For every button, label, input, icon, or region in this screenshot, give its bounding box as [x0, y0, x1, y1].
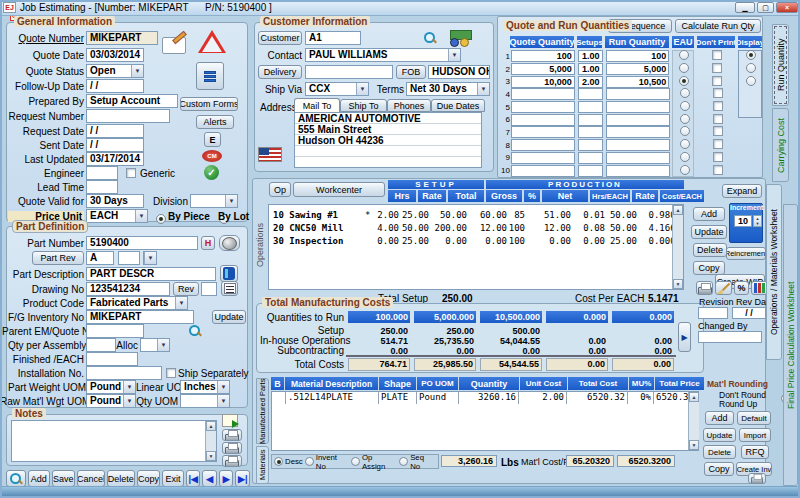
copy-button[interactable]: Copy: [137, 470, 160, 487]
run-qty-cell[interactable]: [606, 139, 670, 151]
scroll-up-icon[interactable]: ▲: [673, 205, 683, 215]
fob-field[interactable]: HUDSON OH: [428, 65, 490, 79]
last-record-button[interactable]: ▶|: [235, 470, 250, 487]
dont-print-checkbox[interactable]: [713, 114, 723, 124]
print-icon[interactable]: [222, 429, 242, 441]
chevron-down-icon[interactable]: ▼: [123, 381, 135, 393]
fob-button[interactable]: FOB: [396, 65, 426, 79]
mat-default-button[interactable]: Default: [737, 411, 771, 425]
eau-radio[interactable]: [680, 114, 690, 124]
division-select[interactable]: ▼: [190, 194, 238, 208]
prev-record-button[interactable]: ◀: [202, 470, 217, 487]
mat-update-button[interactable]: Update: [703, 428, 736, 442]
increment-field[interactable]: 10: [734, 215, 752, 227]
search-icon[interactable]: [188, 324, 201, 337]
chevron-down-icon[interactable]: ▼: [217, 381, 229, 393]
request-date-field[interactable]: / /: [86, 124, 144, 138]
print-icon[interactable]: [696, 281, 713, 295]
search-button[interactable]: [6, 470, 26, 487]
part-description-field[interactable]: PART DESCR: [86, 267, 216, 281]
eau-radio[interactable]: [680, 165, 690, 175]
engineer-field[interactable]: [86, 166, 118, 180]
part-weight-uom-select[interactable]: Pound▼: [86, 380, 136, 394]
material-row[interactable]: .512L14PLATE PLATE Pound 3260.16 2.00 65…: [272, 392, 698, 404]
mat-rfq-button[interactable]: RFQ: [741, 445, 769, 459]
chevron-down-icon[interactable]: ▼: [157, 339, 169, 351]
save-button[interactable]: Save: [52, 470, 75, 487]
fg-inventory-field[interactable]: MIKEPART: [86, 310, 194, 324]
qty-cell[interactable]: 0.000: [612, 311, 674, 323]
cancel-button[interactable]: Cancel: [77, 470, 105, 487]
part-rev2-field[interactable]: [118, 251, 140, 265]
prepared-by-field[interactable]: Setup Account: [86, 94, 178, 108]
setups-cell[interactable]: [578, 114, 603, 126]
lamp-icon[interactable]: [219, 235, 240, 251]
run-qty-cell[interactable]: [606, 114, 670, 126]
costs-scroll-right-button[interactable]: ▶: [678, 322, 691, 352]
tab-materials[interactable]: Materials: [256, 446, 269, 484]
scroll-down-icon[interactable]: ▼: [206, 451, 216, 461]
run-qty-cell[interactable]: 10,500: [606, 76, 670, 88]
part-rev-field[interactable]: A: [86, 251, 114, 265]
eau-radio[interactable]: [679, 63, 689, 73]
last-updated-field[interactable]: 03/17/2014: [86, 152, 144, 166]
print-icon[interactable]: [222, 442, 242, 454]
quote-qty-cell[interactable]: 100: [511, 50, 575, 62]
tab-phones[interactable]: Phones: [387, 99, 431, 112]
run-qty-cell[interactable]: [606, 152, 670, 164]
tab-operations-materials-worksheet[interactable]: Operations / Materials Worksheet: [766, 184, 782, 360]
part-number-field[interactable]: 5190400: [86, 236, 198, 250]
chevron-down-icon[interactable]: ▼: [448, 49, 460, 61]
qty-cell[interactable]: 10,500.000: [480, 311, 542, 323]
exit-button[interactable]: Exit: [162, 470, 184, 487]
quote-qty-cell[interactable]: [511, 152, 575, 164]
display-radio[interactable]: [746, 76, 756, 86]
chevron-down-icon[interactable]: ▼: [477, 83, 489, 95]
list-icon[interactable]: [221, 281, 238, 296]
quote-qty-cell[interactable]: 5,000: [511, 63, 575, 75]
request-number-field[interactable]: [86, 109, 170, 123]
followup-date-field[interactable]: / /: [86, 79, 144, 93]
calculate-run-qty-button[interactable]: Calculate Run Qty: [675, 19, 761, 33]
drawing-rev-field[interactable]: [201, 282, 217, 296]
chevron-down-icon[interactable]: ▼: [135, 210, 147, 222]
operations-list[interactable]: 10 Sawing #1 * 2.00 25.00 50.00 60.00 85…: [268, 204, 684, 290]
setups-cell[interactable]: 1.00: [578, 50, 603, 62]
mat-import-button[interactable]: Import: [739, 428, 771, 442]
chevron-down-icon[interactable]: ▼: [225, 195, 237, 207]
materials-list[interactable]: .512L14PLATE PLATE Pound 3260.16 2.00 65…: [271, 391, 699, 451]
eau-radio[interactable]: [679, 76, 689, 86]
quote-qty-cell[interactable]: [511, 114, 575, 126]
fg-update-button[interactable]: Update: [212, 310, 246, 324]
operation-row[interactable]: 30 Inspection 0.00 25.00 0.00 0.00 100 0…: [269, 234, 683, 247]
sort-seq-no-radio[interactable]: [399, 457, 408, 466]
quote-date-field[interactable]: 03/03/2014: [86, 48, 144, 62]
maximize-button[interactable]: ▢: [757, 2, 774, 13]
finished-each-field[interactable]: [86, 352, 138, 366]
tab-due-dates[interactable]: Due Dates: [431, 99, 485, 112]
qty-cell[interactable]: 100.000: [348, 311, 410, 323]
tab-final-price-worksheet[interactable]: Final Price Calculation Worksheet: [783, 204, 798, 486]
delete-button[interactable]: Delete: [107, 470, 135, 487]
workcenter-column-button[interactable]: Workcenter: [293, 182, 385, 197]
materials-scrollbar[interactable]: ▲▼: [688, 392, 699, 450]
qty-cell[interactable]: 0.000: [546, 311, 608, 323]
operations-scrollbar[interactable]: ▲▼: [672, 205, 683, 289]
chevron-down-icon[interactable]: ▼: [131, 65, 143, 77]
changed-by-field[interactable]: [698, 331, 762, 343]
eau-radio[interactable]: [680, 88, 690, 98]
tab-mail-to[interactable]: Mail To: [294, 98, 340, 112]
run-qty-cell[interactable]: [606, 126, 670, 138]
scroll-down-icon[interactable]: ▼: [689, 440, 699, 450]
setups-cell[interactable]: [578, 165, 603, 177]
quote-number-field[interactable]: MIKEPART: [86, 31, 158, 45]
setups-cell[interactable]: 1.00: [578, 63, 603, 75]
quote-qty-cell[interactable]: [511, 101, 575, 113]
bom-icon[interactable]: [196, 62, 224, 90]
reincrement-button[interactable]: Reincrement: [726, 247, 766, 260]
scroll-up-icon[interactable]: ▲: [206, 421, 216, 431]
setups-cell[interactable]: [578, 101, 603, 113]
alloc-select[interactable]: ▼: [140, 338, 170, 352]
first-record-button[interactable]: |◀: [186, 470, 201, 487]
customer-finance-icon[interactable]: [448, 30, 474, 48]
